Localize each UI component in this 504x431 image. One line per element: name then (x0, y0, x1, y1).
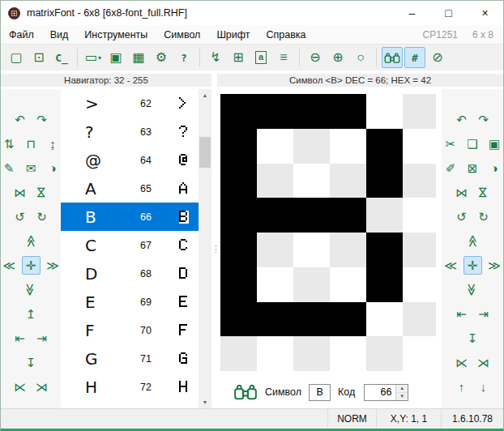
right-mirror-vertical-button[interactable]: ⋈ (474, 183, 493, 202)
pixel-cell[interactable] (220, 267, 257, 302)
right-next-char-button[interactable]: ↓ (474, 378, 493, 396)
zoom-out-button[interactable]: ⊖ (305, 47, 326, 68)
titlebar[interactable]: matrixFont - 6x8 [6x8-font_full.RHF] – □… (1, 1, 503, 25)
left-rotate-left-button[interactable]: ↺ (11, 207, 29, 226)
navigator-row[interactable]: @64 (61, 146, 199, 174)
right-copy-button[interactable]: ❏ (463, 134, 482, 153)
right-shift-left-button[interactable]: ⇤ (452, 305, 471, 323)
navigator-row[interactable]: G71 (61, 344, 199, 373)
scrollbar-track[interactable] (199, 101, 211, 396)
navigator-toggle-button[interactable] (382, 47, 403, 68)
right-roll-down-button[interactable]: ≫ (463, 280, 482, 299)
pixel-cell[interactable] (293, 198, 330, 233)
pixel-cell[interactable] (257, 336, 293, 371)
code-down-button[interactable]: ▼ (396, 393, 408, 400)
menu-item-help[interactable]: Справка (258, 25, 314, 44)
navigator-row[interactable]: H72 (61, 373, 199, 401)
pixel-cell[interactable] (330, 94, 366, 129)
left-roll-up-button[interactable]: ≫ (22, 232, 41, 250)
new-font-button[interactable]: ▢ (6, 47, 27, 68)
right-cut-button[interactable]: ✂ (442, 134, 460, 153)
code-up-button[interactable]: ▲ (396, 385, 408, 393)
pixel-cell[interactable] (257, 94, 293, 129)
left-center-vertical-button[interactable]: ⋊ (32, 378, 51, 396)
pixel-cell[interactable] (366, 129, 403, 164)
pixel-cell[interactable] (366, 233, 403, 267)
right-invert-button[interactable]: ◑ (485, 159, 504, 177)
right-roll-up-button[interactable]: ≫ (463, 232, 482, 250)
right-roll-left-button[interactable]: ≪ (442, 256, 460, 275)
left-canvas-size-button[interactable]: ↨ (44, 134, 62, 153)
navigator-row[interactable]: E69 (61, 288, 199, 316)
pixel-cell[interactable] (366, 302, 403, 337)
left-center-horizontal-button[interactable]: ⋉ (11, 378, 29, 396)
right-shift-right-button[interactable]: ⇥ (474, 305, 493, 323)
pixel-cell[interactable] (220, 94, 257, 129)
pixel-cell[interactable] (257, 164, 293, 198)
left-shift-right-button[interactable]: ⇥ (32, 329, 51, 348)
pixel-cell[interactable] (366, 94, 403, 129)
pixel-cell[interactable] (293, 267, 330, 302)
left-undo-button[interactable]: ↶ (11, 110, 29, 129)
char-preview-button[interactable]: a (250, 47, 271, 68)
pixel-cell[interactable] (403, 129, 439, 164)
pixel-cell[interactable] (403, 233, 439, 267)
navigator-row-selected[interactable]: B66 (61, 203, 199, 231)
pixel-cell[interactable] (220, 129, 257, 164)
pixel-cell[interactable] (403, 198, 439, 233)
pixel-cell[interactable] (366, 198, 403, 233)
pixel-cell[interactable] (257, 267, 293, 302)
pixel-cell[interactable] (293, 94, 330, 129)
attach-button[interactable]: ⊘ (427, 47, 448, 68)
code-input[interactable]: 66 (365, 385, 395, 400)
pixel-cell[interactable] (330, 302, 366, 337)
menu-item-font[interactable]: Шрифт (208, 25, 258, 44)
left-crop-button[interactable]: ⊓ (22, 134, 41, 153)
right-roll-right-button[interactable]: ≫ (485, 256, 504, 275)
pixel-cell[interactable] (330, 267, 366, 302)
navigator-scrollbar[interactable]: ▲ ▼ (199, 89, 211, 408)
left-pencil-button[interactable]: ✎ (1, 159, 19, 177)
menu-item-tools[interactable]: Инструменты (76, 25, 156, 44)
generate-button[interactable]: ↯ (205, 47, 226, 68)
right-prev-char-button[interactable]: ↑ (452, 378, 471, 396)
navigator-row[interactable]: A65 (61, 174, 199, 203)
encoding-button[interactable]: C_ (51, 47, 72, 68)
left-roll-left-button[interactable]: ≪ (1, 256, 19, 275)
right-rotate-left-button[interactable]: ↺ (452, 207, 471, 226)
pixel-cell[interactable] (293, 336, 330, 371)
left-char-height-button[interactable]: ⇅ (1, 134, 19, 153)
left-shift-bottom-button[interactable]: ↧ (22, 353, 41, 372)
pixel-cell[interactable] (220, 164, 257, 198)
left-roll-down-button[interactable]: ≫ (22, 280, 41, 299)
pixel-cell[interactable] (293, 233, 330, 267)
navigator-row[interactable]: C67 (61, 231, 199, 259)
pixel-cell[interactable] (330, 336, 366, 371)
minimize-button[interactable]: – (394, 1, 430, 25)
navigator-row[interactable]: D68 (61, 259, 199, 288)
right-redo-button[interactable]: ↷ (474, 110, 493, 129)
pixel-cell[interactable] (330, 164, 366, 198)
pixel-cell[interactable] (403, 94, 439, 129)
left-roll-right-button[interactable]: ≫ (44, 256, 62, 275)
pixel-cell[interactable] (366, 336, 403, 371)
right-shift-bottom-button[interactable]: ↧ (463, 329, 482, 348)
pixel-cell[interactable] (257, 302, 293, 337)
right-rotate-right-button[interactable]: ↻ (474, 207, 493, 226)
pixel-cell[interactable] (366, 267, 403, 302)
byte-list-button[interactable]: ≡ (273, 47, 294, 68)
right-center-horizontal-button[interactable]: ⋉ (452, 353, 471, 372)
navigator-row[interactable]: >62 (61, 89, 199, 117)
pixel-cell[interactable] (366, 164, 403, 198)
menu-item-view[interactable]: Вид (42, 25, 77, 44)
pixel-cell[interactable] (403, 267, 439, 302)
left-shift-top-button[interactable]: ↥ (22, 305, 41, 323)
menu-item-file[interactable]: Файл (1, 25, 42, 44)
pixel-cell[interactable] (403, 302, 439, 337)
pixel-cell[interactable] (257, 129, 293, 164)
save-font-button[interactable]: ▣ (105, 47, 126, 68)
scroll-down-button[interactable]: ▼ (199, 396, 211, 408)
zoom-actual-button[interactable]: ○ (350, 47, 371, 68)
pixel-cell[interactable] (257, 233, 293, 267)
pixel-cell[interactable] (293, 302, 330, 337)
